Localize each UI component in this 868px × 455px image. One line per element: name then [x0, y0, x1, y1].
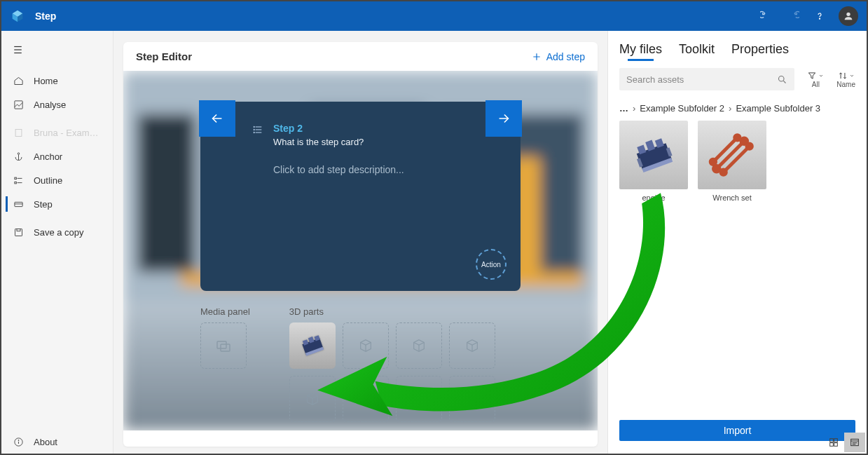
media-slot[interactable] — [200, 322, 247, 369]
step-description-input[interactable]: Click to add step description... — [273, 164, 469, 175]
view-form-button[interactable] — [844, 433, 865, 452]
search-icon — [777, 74, 787, 85]
svg-point-57 — [741, 138, 748, 144]
sidebar-item-guide[interactable]: Bruna - Example Gui... — [1, 121, 113, 144]
svg-rect-38 — [217, 341, 226, 348]
svg-point-19 — [18, 440, 19, 440]
breadcrumb-crumb[interactable]: Example Subfolder 3 — [736, 103, 820, 114]
svg-point-64 — [710, 159, 715, 164]
chevron-right-icon: › — [633, 103, 635, 114]
sidebar-item-analyse[interactable]: Analyse — [1, 93, 113, 116]
editor-card: Step Editor Add step — [123, 42, 598, 447]
part-slot-filled[interactable] — [289, 322, 336, 369]
svg-rect-68 — [834, 443, 838, 447]
tab-my-files[interactable]: My files — [619, 42, 662, 57]
breadcrumb: … › Example Subfolder 2 › Example Subfol… — [619, 103, 855, 114]
sidebar-item-label: About — [34, 437, 57, 447]
sidebar-item-label: Home — [34, 76, 58, 86]
sort-label: Name — [836, 81, 855, 88]
svg-point-63 — [735, 135, 740, 140]
sidebar-item-label: Analyse — [34, 100, 66, 110]
app-logo-icon — [10, 8, 25, 24]
part-slot[interactable] — [449, 376, 495, 422]
svg-point-58 — [713, 165, 719, 172]
svg-rect-67 — [830, 443, 834, 447]
sidebar-item-label: Save a copy — [34, 227, 84, 238]
import-button[interactable]: Import — [619, 420, 855, 441]
sidebar-item-anchor[interactable]: Anchor — [1, 144, 113, 168]
breadcrumb-ellipsis[interactable]: … — [619, 103, 628, 114]
undo-icon[interactable] — [759, 8, 774, 24]
step-subtitle: What is the step card? — [273, 137, 364, 147]
add-step-button[interactable]: Add step — [531, 51, 585, 62]
sidebar: Home Analyse Bruna - Example Gui... Anch… — [1, 31, 113, 454]
asset-label: engine — [642, 193, 665, 202]
chevron-right-icon: › — [729, 103, 731, 114]
sidebar-item-outline[interactable]: Outline — [1, 168, 113, 192]
svg-rect-5 — [14, 100, 22, 108]
sort-name[interactable]: Name — [836, 71, 855, 88]
part-slot[interactable] — [343, 376, 389, 422]
part-slot[interactable] — [343, 322, 389, 369]
part-slot[interactable] — [396, 322, 442, 369]
view-mode-toggle — [823, 433, 865, 452]
part-slot[interactable] — [449, 322, 495, 369]
next-step-button[interactable] — [485, 100, 522, 137]
list-icon — [252, 124, 263, 135]
prev-step-button[interactable] — [199, 100, 235, 137]
sidebar-item-save-copy[interactable]: Save a copy — [1, 220, 113, 244]
svg-point-36 — [254, 129, 254, 130]
doc-icon — [13, 127, 24, 138]
filter-icon — [807, 71, 817, 81]
svg-rect-66 — [834, 439, 838, 442]
breadcrumb-crumb[interactable]: Example Subfolder 2 — [640, 103, 724, 114]
svg-point-7 — [18, 152, 20, 154]
save-icon — [13, 226, 24, 238]
svg-rect-69 — [851, 439, 859, 445]
action-button[interactable]: Action — [476, 249, 507, 280]
redo-icon[interactable] — [785, 8, 801, 24]
search-box[interactable] — [619, 68, 794, 90]
asset-label: Wrench set — [712, 193, 751, 202]
chevron-down-icon — [818, 73, 824, 79]
help-icon[interactable] — [812, 8, 827, 24]
add-step-label: Add step — [546, 51, 585, 62]
editor-title: Step Editor — [136, 50, 192, 62]
asset-engine[interactable]: engine — [619, 121, 688, 202]
search-input[interactable] — [626, 74, 777, 85]
svg-point-37 — [254, 132, 254, 133]
action-label: Action — [481, 261, 501, 269]
hamburger-icon[interactable] — [1, 36, 113, 69]
part-slot[interactable] — [396, 376, 442, 422]
svg-line-59 — [725, 148, 748, 170]
tab-properties[interactable]: Properties — [731, 42, 789, 57]
asset-thumbnail — [619, 121, 688, 189]
part-slot[interactable] — [289, 376, 336, 422]
svg-rect-9 — [14, 177, 16, 179]
step-title: Step 2 — [273, 123, 364, 134]
asset-thumbnail — [698, 121, 766, 189]
svg-point-45 — [779, 76, 785, 81]
user-avatar[interactable] — [839, 6, 858, 26]
sidebar-item-home[interactable]: Home — [1, 69, 113, 93]
step-card: Step 2 What is the step card? Click to a… — [200, 102, 521, 291]
asset-wrench-set[interactable]: Wrench set — [698, 121, 766, 202]
sidebar-item-step[interactable]: Step — [1, 192, 113, 216]
chart-icon — [13, 99, 24, 110]
sidebar-item-label: Anchor — [34, 151, 62, 162]
tab-toolkit[interactable]: Toolkit — [679, 42, 715, 57]
svg-rect-65 — [830, 439, 834, 442]
svg-point-1 — [846, 13, 850, 16]
filter-all[interactable]: All — [807, 71, 824, 88]
svg-rect-10 — [14, 182, 16, 184]
sidebar-item-about[interactable]: About — [1, 430, 113, 454]
filter-label: All — [812, 81, 820, 88]
sidebar-item-label: Step — [34, 199, 53, 210]
media-panel-label: Media panel — [200, 306, 250, 317]
view-grid-button[interactable] — [823, 433, 844, 452]
step-icon — [13, 198, 24, 210]
svg-point-35 — [254, 126, 254, 127]
svg-rect-15 — [15, 229, 22, 236]
svg-rect-6 — [15, 129, 22, 136]
home-icon — [13, 75, 24, 86]
